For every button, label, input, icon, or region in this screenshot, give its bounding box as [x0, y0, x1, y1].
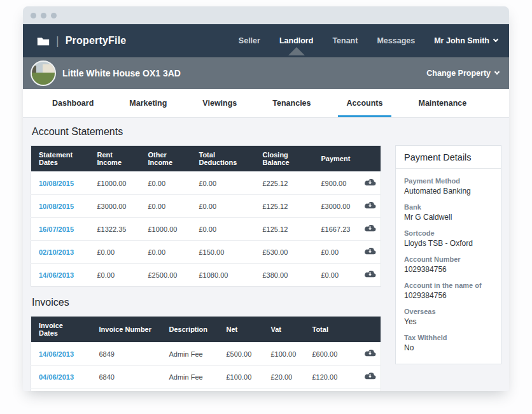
column-header: Rent Income	[90, 146, 141, 172]
field-label: Account Number	[404, 255, 493, 263]
nav-item-messages[interactable]: Messages	[377, 36, 415, 45]
window-close-dot[interactable]	[31, 13, 36, 18]
cell: £900.00	[314, 172, 356, 195]
cell: £0.00	[90, 264, 141, 287]
cell: 6849	[92, 343, 162, 366]
cell: 6444	[92, 389, 162, 392]
field-value: Yes	[404, 317, 493, 326]
cell: £380.00	[255, 264, 314, 287]
tab-accounts[interactable]: Accounts	[338, 89, 392, 117]
nav-item-tenant[interactable]: Tenant	[332, 36, 358, 45]
statements-title: Account Statements	[32, 126, 381, 138]
cell: £150.00	[192, 241, 255, 264]
field-value: 1029384756	[404, 291, 493, 300]
payment-detail-field: Overseas Yes	[404, 308, 493, 326]
cell: £125.12	[255, 195, 314, 218]
field-label: Bank	[404, 203, 493, 211]
property-name: Little White House OX1 3AD	[62, 68, 181, 78]
tables-column: Account Statements Statement Dates Rent …	[31, 124, 381, 391]
column-header: Closing Balance	[255, 146, 314, 172]
cell: £3000.00	[90, 195, 141, 218]
logo-separator: |	[56, 34, 59, 48]
statement-date-link[interactable]: 10/08/2015	[39, 180, 74, 187]
app-logo[interactable]: | PropertyFile	[37, 34, 126, 48]
invoice-date-link[interactable]: 14/06/2013	[39, 350, 74, 358]
window-maximize-dot[interactable]	[51, 13, 57, 18]
tab-marketing[interactable]: Marketing	[120, 89, 176, 117]
field-label: Tax Withheld	[404, 334, 493, 341]
cell: Admin Fee	[162, 343, 219, 366]
table-row: 04/06/2013 6840 Admin Fee £100.00 £20.00…	[31, 366, 381, 389]
cell: £10.00	[263, 389, 305, 392]
payment-details-body: Payment Method Automated Banking Bank Mr…	[396, 169, 501, 364]
app-window: | PropertyFile Seller Landlord Tenant Me…	[23, 6, 509, 391]
table-row: 02/10/2013 £0.00 £0.00 £150.00 £530.00 £…	[31, 241, 381, 264]
invoices-header-row: Invoice Dates Invoice Number Description…	[31, 317, 381, 343]
tab-maintenance[interactable]: Maintenance	[409, 89, 475, 117]
cell: £1322.35	[90, 218, 141, 241]
field-value: Lloyds TSB - Oxford	[404, 239, 493, 248]
statement-date-link[interactable]: 16/07/2015	[39, 225, 74, 233]
cell: Letting Fee	[162, 389, 219, 392]
cloud-download-icon[interactable]	[363, 178, 377, 187]
cell: £0.00	[141, 195, 192, 218]
tab-dashboard[interactable]: Dashboard	[43, 89, 102, 117]
field-label: Overseas	[404, 308, 493, 315]
cell: £125.12	[255, 218, 314, 241]
cloud-download-icon[interactable]	[363, 269, 377, 279]
cell: £0.00	[90, 241, 141, 264]
column-header: Description	[162, 317, 219, 343]
cloud-download-icon[interactable]	[363, 348, 377, 358]
cell: £1000.00	[90, 172, 141, 195]
cloud-download-icon[interactable]	[363, 201, 377, 210]
window-minimize-dot[interactable]	[41, 13, 46, 18]
column-header: Net	[219, 317, 263, 343]
logo-text: PropertyFile	[66, 35, 127, 46]
chevron-down-icon	[494, 69, 500, 75]
invoices-table: Invoice Dates Invoice Number Description…	[31, 316, 381, 391]
statement-date-link[interactable]: 02/10/2013	[39, 248, 74, 256]
field-value: No	[404, 343, 493, 352]
payment-detail-field: Bank Mr G Caldwell	[404, 203, 493, 222]
cloud-download-icon[interactable]	[363, 246, 377, 256]
cell: £0.00	[192, 195, 255, 218]
tab-bar: Dashboard Marketing Viewings Tenancies A…	[23, 89, 509, 118]
cell: £1000.00	[141, 218, 192, 241]
table-row: 16/07/2015 £1322.35 £1000.00 £0.00 £125.…	[31, 218, 381, 241]
statement-date-link[interactable]: 14/06/2013	[39, 271, 74, 279]
field-value: Mr G Caldwell	[404, 213, 493, 222]
field-label: Sortcode	[404, 229, 493, 237]
payment-detail-field: Payment Method Automated Banking	[404, 177, 493, 196]
main-content: Account Statements Statement Dates Rent …	[23, 118, 509, 391]
column-header: Total	[305, 317, 356, 343]
tab-viewings[interactable]: Viewings	[193, 89, 246, 117]
cell: £225.12	[255, 172, 314, 195]
nav-item-seller[interactable]: Seller	[239, 36, 260, 45]
tab-tenancies[interactable]: Tenancies	[263, 89, 319, 117]
change-property-button[interactable]: Change Property	[426, 69, 499, 78]
column-header: Vat	[263, 317, 305, 343]
nav-item-landlord[interactable]: Landlord	[279, 36, 313, 45]
cell: £20.00	[263, 366, 305, 389]
cell: £3000.00	[314, 195, 356, 218]
browser-chrome	[23, 6, 509, 24]
column-header: Total Deductions	[192, 146, 255, 172]
user-menu[interactable]: Mr John Smith	[434, 36, 498, 45]
cell: £0.00	[141, 241, 192, 264]
table-row: 10/08/2015 £3000.00 £0.00 £0.00 £125.12 …	[31, 195, 381, 218]
property-bar: Little White House OX1 3AD Change Proper…	[23, 57, 509, 89]
chevron-down-icon	[493, 37, 498, 42]
cell: Admin Fee	[162, 366, 219, 389]
statements-header-row: Statement Dates Rent Income Other Income…	[31, 146, 381, 172]
cell: 6840	[92, 366, 162, 389]
cell: £500.00	[219, 343, 263, 366]
cell: £1667.23	[314, 218, 356, 241]
cloud-download-icon[interactable]	[363, 371, 377, 381]
invoice-date-link[interactable]: 04/06/2013	[39, 373, 74, 381]
statement-date-link[interactable]: 10/08/2015	[39, 203, 74, 210]
folder-icon	[37, 36, 50, 46]
column-header-empty	[356, 317, 381, 343]
table-row: 14/06/2013 6849 Admin Fee £500.00 £100.0…	[31, 343, 381, 366]
cloud-download-icon[interactable]	[363, 224, 377, 233]
cell: £2500.00	[141, 264, 192, 287]
